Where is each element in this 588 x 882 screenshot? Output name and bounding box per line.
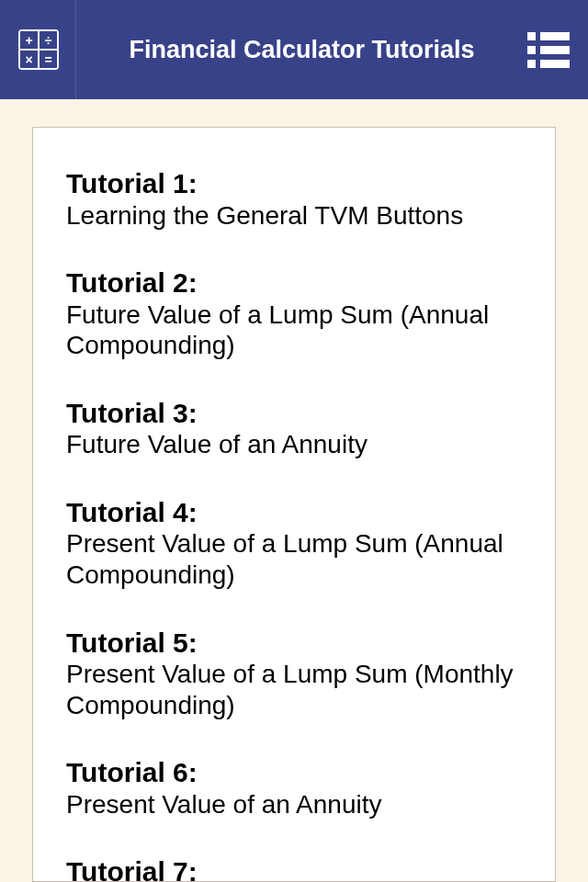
list-row bbox=[527, 60, 570, 68]
tutorial-desc: Future Value of a Lump Sum (Annual Compo… bbox=[66, 300, 522, 361]
tutorial-item[interactable]: Tutorial 1: Learning the General TVM But… bbox=[66, 168, 522, 231]
tutorial-heading: Tutorial 4: bbox=[66, 497, 522, 529]
tutorial-heading: Tutorial 3: bbox=[66, 398, 522, 430]
tutorial-item[interactable]: Tutorial 2: Future Value of a Lump Sum (… bbox=[66, 267, 522, 361]
list-bar bbox=[540, 46, 570, 54]
calc-multiply: × bbox=[20, 51, 38, 68]
tutorial-heading: Tutorial 5: bbox=[66, 628, 522, 660]
app-header: + ÷ × = Financial Calculator Tutorials bbox=[0, 0, 588, 99]
tutorial-heading: Tutorial 7: bbox=[66, 856, 522, 882]
tutorial-heading: Tutorial 6: bbox=[66, 757, 522, 789]
tutorial-item[interactable]: Tutorial 5: Present Value of a Lump Sum … bbox=[66, 628, 522, 721]
list-row bbox=[527, 46, 570, 54]
calculator-button[interactable]: + ÷ × = bbox=[18, 0, 76, 99]
tutorial-item[interactable]: Tutorial 4: Present Value of a Lump Sum … bbox=[66, 497, 522, 591]
list-dot bbox=[527, 46, 536, 54]
tutorial-item[interactable]: Tutorial 7: bbox=[66, 856, 522, 882]
content-area: Tutorial 1: Learning the General TVM But… bbox=[0, 99, 588, 882]
page-title: Financial Calculator Tutorials bbox=[76, 35, 527, 64]
calculator-icon: + ÷ × = bbox=[18, 29, 59, 70]
tutorial-desc: Learning the General TVM Buttons bbox=[66, 200, 522, 232]
calc-equals: = bbox=[40, 51, 57, 68]
tutorial-desc: Present Value of a Lump Sum (Annual Comp… bbox=[66, 528, 522, 590]
tutorial-heading: Tutorial 2: bbox=[66, 267, 522, 300]
list-row bbox=[527, 32, 570, 40]
tutorial-item[interactable]: Tutorial 6: Present Value of an Annuity bbox=[66, 757, 522, 820]
calc-plus: + bbox=[20, 31, 38, 49]
list-dot bbox=[527, 60, 536, 68]
tutorial-heading: Tutorial 1: bbox=[66, 168, 522, 200]
tutorial-desc: Future Value of an Annuity bbox=[66, 429, 522, 460]
tutorial-desc: Present Value of a Lump Sum (Monthly Com… bbox=[66, 659, 522, 720]
tutorial-desc: Present Value of an Annuity bbox=[66, 789, 522, 820]
list-bar bbox=[540, 32, 570, 40]
list-bar bbox=[540, 60, 570, 68]
menu-list-icon[interactable] bbox=[527, 32, 570, 68]
tutorial-item[interactable]: Tutorial 3: Future Value of an Annuity bbox=[66, 398, 522, 460]
calc-divide: ÷ bbox=[40, 31, 57, 49]
tutorial-card: Tutorial 1: Learning the General TVM But… bbox=[32, 127, 556, 882]
list-dot bbox=[527, 32, 536, 40]
